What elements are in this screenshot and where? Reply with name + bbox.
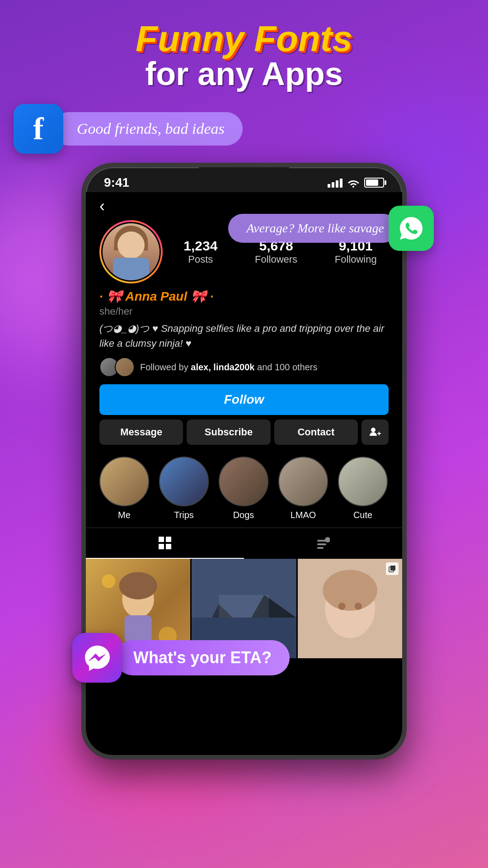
profile-section: 1,234 Posts 5,678 Followers 9,101 Follow… [86,220,402,449]
grid-tabs [86,528,402,559]
title-apps: for any Apps [0,55,488,92]
photo-cell-3[interactable] [298,559,402,658]
avatar-ring [99,220,163,283]
avatar [103,223,160,280]
highlight-dogs[interactable]: Dogs [219,457,268,520]
svg-rect-5 [317,543,326,545]
followed-text: Followed by alex, linda200k and 100 othe… [140,362,317,373]
message-button[interactable]: Message [99,420,183,445]
svg-rect-0 [159,537,164,542]
followed-avatar-2 [115,357,135,377]
svg-rect-6 [317,547,324,549]
svg-point-24 [323,570,377,611]
stat-posts: 1,234 Posts [183,238,217,265]
title-funny: Funny Fonts [0,18,488,60]
facebook-bubble: f Good friends, bad ideas [14,104,243,154]
highlights: Me Trips Dogs LMAO Cute [86,449,402,528]
whatsapp-icon [389,206,434,251]
svg-point-26 [354,603,361,610]
header: Funny Fonts for any Apps [0,18,488,92]
status-icons [328,178,384,188]
svg-point-7 [325,537,330,542]
highlight-trips[interactable]: Trips [159,457,209,520]
highlight-me[interactable]: Me [99,457,149,520]
add-person-button[interactable] [361,420,389,445]
followed-by: Followed by alex, linda200k and 100 othe… [99,357,389,377]
profile-bio: (つ◕_◕)つ ♥ Snapping selfies like a pro an… [99,321,389,351]
back-button[interactable]: ‹ [99,197,105,216]
profile-pronouns: she/her [99,306,389,317]
whatsapp-text: Average? More like savage [228,214,398,243]
svg-rect-3 [166,544,171,549]
highlight-cute[interactable]: Cute [338,457,388,520]
svg-rect-1 [166,537,171,542]
grid-tab-photos[interactable] [86,528,244,559]
messenger-bubble: What's your ETA? [72,633,290,683]
follow-button[interactable]: Follow [99,384,389,415]
svg-point-12 [102,575,115,588]
highlight-lmao[interactable]: LMAO [278,457,328,520]
subscribe-button[interactable]: Subscribe [187,420,270,445]
messenger-icon [72,633,122,683]
signal-bars-icon [328,178,343,188]
battery-icon [364,178,384,188]
wifi-icon [347,178,360,188]
whatsapp-bubble: Average? More like savage [228,206,434,251]
phone-wrapper: Average? More like savage 9:41 [81,163,407,760]
action-buttons: Message Subscribe Contact [99,420,389,445]
contact-button[interactable]: Contact [274,420,358,445]
phone-notch [199,167,289,181]
profile-name: · 🎀 Anna Paul 🎀 · [99,289,389,304]
svg-point-10 [119,572,157,599]
facebook-text: Good friends, bad ideas [52,112,243,146]
messenger-text: What's your ETA? [115,640,290,675]
grid-tab-profile[interactable] [244,528,402,559]
svg-rect-21 [390,566,395,571]
status-time: 9:41 [104,175,129,190]
svg-rect-2 [159,544,164,549]
svg-point-25 [338,603,345,610]
facebook-icon: f [14,104,63,154]
svg-rect-19 [219,595,269,618]
